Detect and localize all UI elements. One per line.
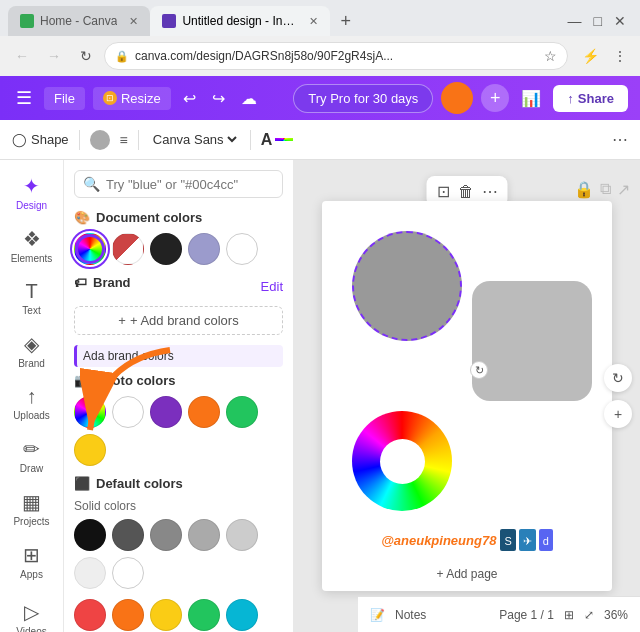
minimize-button[interactable]: — [562, 13, 588, 29]
sidebar-item-elements[interactable]: ❖ Elements [0, 221, 63, 270]
swatch-red[interactable] [74, 599, 106, 631]
tab-design[interactable]: Untitled design - Instagram... ✕ [150, 6, 330, 36]
swatch-orange[interactable] [112, 599, 144, 631]
canvas-plus-button[interactable]: + [604, 400, 632, 428]
shape-selector[interactable]: ◯ Shape [12, 132, 69, 147]
user-avatar[interactable] [441, 82, 473, 114]
photo-wheel-swatch[interactable] [74, 396, 106, 428]
swatch-lighter-gray[interactable] [226, 519, 258, 551]
swatch-yellow[interactable] [150, 599, 182, 631]
undo-button[interactable]: ↩ [179, 85, 200, 112]
swatch-dark-gray[interactable] [112, 519, 144, 551]
text-icon: T [25, 280, 37, 303]
share-label: Share [578, 91, 614, 106]
document-colors-label: Document colors [96, 210, 202, 225]
color-search-box[interactable]: 🔍 [74, 170, 283, 198]
swatch-cyan[interactable] [226, 599, 258, 631]
swatch-near-white[interactable] [74, 557, 106, 589]
browser-controls: ← → ↻ 🔒 canva.com/design/DAGRSn8j58o/90F… [0, 36, 640, 76]
sidebar-item-text[interactable]: T Text [0, 274, 63, 322]
canvas-more-button[interactable]: ⋯ [482, 182, 498, 201]
canvas-right-toolbar: ↻ + [604, 364, 632, 428]
sidebar-item-projects[interactable]: ▦ Projects [0, 484, 63, 533]
brand-edit-button[interactable]: Edit [261, 279, 283, 294]
tab-home[interactable]: Home - Canva ✕ [8, 6, 150, 36]
lock-icon-1[interactable]: 🔒 [574, 180, 594, 199]
copy-icon[interactable]: ⧉ [600, 180, 611, 199]
black-swatch[interactable] [150, 233, 182, 265]
ada-brand-colors-label: Ada brand colors [74, 345, 283, 367]
sidebar-item-uploads[interactable]: ↑ Uploads [0, 379, 63, 427]
swatch-green[interactable] [188, 599, 220, 631]
forward-button[interactable]: → [40, 42, 68, 70]
sidebar-item-draw[interactable]: ✏ Draw [0, 431, 63, 480]
try-pro-button[interactable]: Try Pro for 30 days [293, 84, 433, 113]
fullscreen-button[interactable]: ⤢ [584, 608, 594, 622]
gradient-swatch[interactable] [74, 233, 106, 265]
analytics-button[interactable]: 📊 [517, 85, 545, 112]
canvas-page[interactable]: ↻ @aneukpineung78 S ✈ d [322, 201, 612, 591]
color-wheel-element[interactable] [352, 411, 452, 511]
white-swatch[interactable] [226, 233, 258, 265]
color-search-input[interactable] [106, 177, 274, 192]
address-bar[interactable]: 🔒 canva.com/design/DAGRSn8j58o/90F2gR4sj… [104, 42, 568, 70]
add-collaborator-button[interactable]: + [481, 84, 509, 112]
font-selector[interactable]: Canva Sans [149, 131, 240, 148]
color-preview[interactable] [90, 130, 110, 150]
sidebar-item-videos[interactable]: ▷ Videos [0, 594, 63, 632]
photo-purple-swatch[interactable] [150, 396, 182, 428]
maximize-button[interactable]: □ [588, 13, 608, 29]
elements-icon: ❖ [23, 227, 41, 251]
new-tab-button[interactable]: + [334, 11, 357, 32]
purple-grey-swatch[interactable] [188, 233, 220, 265]
rotate-handle[interactable]: ↻ [470, 361, 488, 379]
font-color-control[interactable]: A [261, 131, 294, 149]
watermark-badges: S ✈ d [500, 529, 552, 551]
extensions-button[interactable]: ⚡ [578, 44, 602, 68]
photo-green-swatch[interactable] [226, 396, 258, 428]
circle-shape[interactable] [352, 231, 462, 341]
rounded-rect-shape[interactable] [472, 281, 592, 401]
hamburger-menu[interactable]: ☰ [12, 83, 36, 113]
swatch-white[interactable] [112, 557, 144, 589]
star-icon[interactable]: ☆ [544, 48, 557, 64]
browser-menu-button[interactable]: ⋮ [608, 44, 632, 68]
tab-close-design[interactable]: ✕ [309, 15, 318, 28]
lock-icon: 🔒 [115, 50, 129, 63]
sidebar-item-brand[interactable]: ◈ Brand [0, 326, 63, 375]
export-icon[interactable]: ↗ [617, 180, 630, 199]
grid-view-button[interactable]: ⊞ [564, 608, 574, 622]
redo-button[interactable]: ↪ [208, 85, 229, 112]
uploads-label: Uploads [13, 410, 50, 421]
canvas-delete-button[interactable]: 🗑 [458, 183, 474, 201]
close-window-button[interactable]: ✕ [608, 13, 632, 29]
resize-button[interactable]: ⊡ Resize [93, 87, 171, 110]
add-brand-colors-button[interactable]: + + Add brand colors [74, 306, 283, 335]
shape-icon: ◯ [12, 132, 27, 147]
canvas-rotate-button[interactable]: ↻ [604, 364, 632, 392]
projects-label: Projects [13, 516, 49, 527]
photo-white-swatch[interactable] [112, 396, 144, 428]
back-button[interactable]: ← [8, 42, 36, 70]
format-separator-2 [138, 130, 139, 150]
photo-orange-swatch[interactable] [188, 396, 220, 428]
stroke-button[interactable]: ≡ [120, 132, 128, 148]
sidebar-item-apps[interactable]: ⊞ Apps [0, 537, 63, 586]
tab-favicon-design [162, 14, 176, 28]
share-button[interactable]: ↑ Share [553, 85, 628, 112]
swatch-mid-gray[interactable] [150, 519, 182, 551]
swatch-black[interactable] [74, 519, 106, 551]
tab-close-home[interactable]: ✕ [129, 15, 138, 28]
file-button[interactable]: File [44, 87, 85, 110]
diagonal-swatch[interactable] [112, 233, 144, 265]
sidebar-item-design[interactable]: ✦ Design [0, 168, 63, 217]
tab-bar: Home - Canva ✕ Untitled design - Instagr… [0, 0, 640, 36]
notes-button[interactable]: Notes [395, 608, 426, 622]
canvas-copy-button[interactable]: ⊡ [437, 182, 450, 201]
add-page-button[interactable]: + Add page [436, 567, 497, 581]
cloud-save-button[interactable]: ☁ [237, 85, 261, 112]
photo-yellow-swatch[interactable] [74, 434, 106, 466]
more-options-button[interactable]: ⋯ [612, 130, 628, 149]
swatch-light-gray[interactable] [188, 519, 220, 551]
refresh-button[interactable]: ↻ [72, 42, 100, 70]
